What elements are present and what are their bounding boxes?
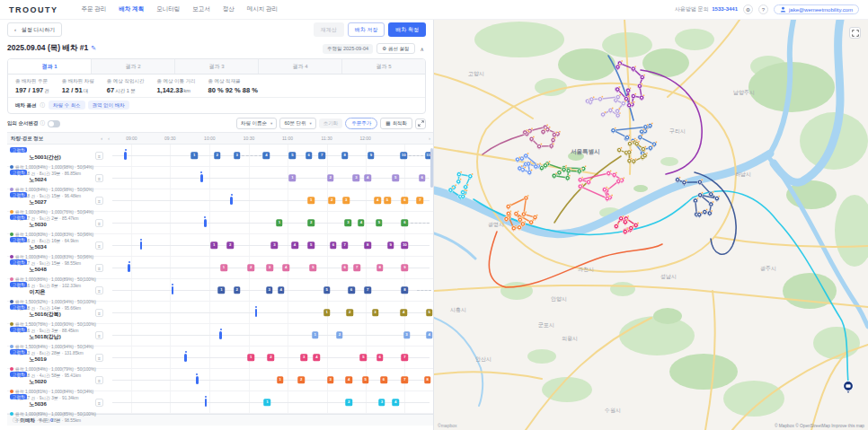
stop-block[interactable]: 7 bbox=[402, 354, 409, 361]
row-detail-button[interactable]: ≡ bbox=[95, 399, 103, 407]
row-detail-button[interactable]: ≡ bbox=[95, 219, 103, 227]
stop-block[interactable]: 2 bbox=[227, 241, 235, 249]
stop-block[interactable]: 3 bbox=[342, 197, 350, 204]
timeline-prev-icon[interactable]: ‹ bbox=[108, 136, 110, 141]
stop-block[interactable]: 9 bbox=[387, 241, 394, 249]
stop-block[interactable]: 2 bbox=[234, 286, 241, 294]
stop-block[interactable]: 5 bbox=[362, 376, 369, 383]
stop-block[interactable]: 6 bbox=[402, 197, 409, 204]
stop-block[interactable]: 2 bbox=[268, 354, 275, 361]
reset-button[interactable]: 초기화 bbox=[319, 118, 343, 128]
row-detail-button[interactable]: ≡ bbox=[95, 286, 103, 294]
stop-block[interactable]: 3 bbox=[327, 376, 334, 383]
tab-result-4[interactable]: 결과 4 bbox=[259, 59, 342, 74]
stop-block[interactable]: 7 bbox=[341, 241, 349, 249]
row-detail-button[interactable]: ≡ bbox=[95, 309, 103, 317]
stop-block[interactable]: 2 bbox=[298, 376, 306, 383]
vehicle-row-2[interactable]: 고정차노5027용적 1,000(84%) · 1,000(76%) · 50(… bbox=[7, 189, 433, 212]
stop-block[interactable]: 5 bbox=[392, 174, 399, 181]
stop-block[interactable]: 2 bbox=[345, 399, 352, 406]
stop-block[interactable]: 10 bbox=[402, 241, 409, 249]
stop-block[interactable]: 7 bbox=[402, 376, 409, 383]
stop-block[interactable]: 4 bbox=[278, 286, 285, 294]
stop-block[interactable]: 2 bbox=[328, 197, 335, 204]
stop-block[interactable]: 8 bbox=[424, 376, 431, 383]
support-phone[interactable]: 1533-3441 bbox=[712, 6, 738, 12]
row-detail-button[interactable]: ≡ bbox=[95, 331, 103, 339]
stop-block[interactable]: 7 bbox=[353, 264, 360, 271]
vehicle-row-6[interactable]: 고정차이지은용적 1,500(92%) · 1,000(94%) · 50(10… bbox=[7, 279, 433, 302]
stop-block[interactable]: 5 bbox=[376, 219, 383, 226]
vehicle-row-10[interactable]: 고정차노5020용적 1,000(81%) · 1,000(84%) · 50(… bbox=[7, 369, 433, 391]
tab-result-2[interactable]: 결과 2 bbox=[92, 59, 175, 74]
stop-block[interactable]: 2 bbox=[327, 174, 334, 181]
stop-block[interactable]: 4 bbox=[314, 354, 321, 361]
stop-block[interactable]: 4 bbox=[263, 152, 270, 159]
stop-block[interactable]: 8 bbox=[341, 152, 349, 159]
stop-block[interactable]: 7 bbox=[417, 197, 424, 204]
stop-block[interactable]: 6 bbox=[306, 152, 313, 159]
stop-block[interactable]: 5 bbox=[323, 286, 331, 294]
stop-block[interactable]: 6 bbox=[376, 354, 384, 361]
row-detail-button[interactable]: ≡ bbox=[95, 174, 103, 182]
vehicle-row-9[interactable]: 고정차노5019용적 1,000(84%) · 1,000(79%) · 50(… bbox=[7, 347, 433, 369]
stop-block[interactable]: 1 bbox=[191, 152, 199, 159]
stop-block[interactable]: 2 bbox=[214, 152, 221, 159]
nav-item-5[interactable]: 메시지 관리 bbox=[247, 5, 278, 13]
stop-block[interactable]: 1 bbox=[307, 197, 314, 204]
stop-block[interactable]: 6 bbox=[402, 219, 409, 226]
time-unit-select[interactable]: 60분 단위▾ bbox=[279, 118, 315, 129]
optimize-button[interactable]: ▦최적화 bbox=[380, 118, 412, 129]
stop-block[interactable]: 1 bbox=[289, 174, 297, 181]
stop-block[interactable]: 3 bbox=[234, 152, 241, 159]
stop-block[interactable]: 3 bbox=[353, 174, 360, 181]
nav-item-4[interactable]: 정산 bbox=[223, 5, 235, 13]
stop-block[interactable]: 1 bbox=[220, 264, 227, 271]
stop-block[interactable]: 10 bbox=[400, 152, 407, 159]
add-order-button[interactable]: 주문추가 bbox=[345, 118, 377, 129]
row-detail-button[interactable]: ≡ bbox=[95, 264, 103, 272]
vehicle-row-5[interactable]: 고정차노5048용적 1,000(86%) · 1,000(89%) · 50(… bbox=[7, 257, 433, 279]
stop-block[interactable]: 1 bbox=[277, 376, 284, 383]
recalculate-button[interactable]: 재계산 bbox=[314, 22, 344, 37]
stop-block[interactable]: 5 bbox=[384, 197, 391, 204]
help-icon[interactable]: ? bbox=[758, 4, 768, 14]
stop-block[interactable]: 9 bbox=[368, 152, 375, 159]
stop-block[interactable]: 4 bbox=[291, 241, 298, 249]
save-dispatch-button[interactable]: 배차 저장 bbox=[348, 22, 385, 37]
settings-icon[interactable]: ⚙ bbox=[743, 4, 753, 14]
stop-block[interactable]: 3 bbox=[403, 331, 411, 338]
stop-block[interactable]: 1 bbox=[323, 309, 331, 316]
stop-block[interactable]: 6 bbox=[330, 241, 337, 249]
stop-block[interactable]: 3 bbox=[266, 264, 273, 271]
stop-block[interactable]: 6 bbox=[348, 286, 355, 294]
nav-item-3[interactable]: 보고서 bbox=[192, 5, 210, 13]
stop-block[interactable]: 1 bbox=[248, 354, 255, 361]
stop-block[interactable]: 1 bbox=[210, 241, 217, 249]
account-email[interactable]: jake@wemeetmobility.com bbox=[774, 4, 859, 14]
stop-block[interactable]: 7 bbox=[364, 286, 371, 294]
nav-item-0[interactable]: 주문 관리 bbox=[82, 5, 107, 13]
collapse-chevron-icon[interactable]: ∧ bbox=[419, 46, 426, 52]
stop-block[interactable]: 5 bbox=[426, 309, 433, 316]
vehicle-row-4[interactable]: 고정차노5034용적 1,000(84%) · 1,000(83%) · 50(… bbox=[7, 234, 433, 257]
stop-block[interactable]: 2 bbox=[307, 219, 314, 226]
timeline-next-icon[interactable]: › bbox=[429, 136, 430, 141]
row-detail-button[interactable]: ≡ bbox=[95, 354, 103, 362]
row-detail-button[interactable]: ≡ bbox=[95, 376, 103, 384]
manual-order-toggle[interactable] bbox=[48, 120, 60, 127]
collapse-panel-icon[interactable]: ‹ bbox=[101, 136, 102, 141]
vehicle-row-3[interactable]: 고정차노5030용적 1,000(80%) · 1,000(83%) · 50(… bbox=[7, 212, 433, 234]
stop-block[interactable]: 4 bbox=[374, 197, 381, 204]
stop-block[interactable]: 7 bbox=[318, 152, 325, 159]
stop-block[interactable]: 2 bbox=[346, 309, 353, 316]
expand-button[interactable] bbox=[415, 118, 426, 129]
stop-block[interactable]: 2 bbox=[336, 331, 343, 338]
stop-block[interactable]: 9 bbox=[402, 264, 409, 271]
stop-block[interactable]: 5 bbox=[310, 264, 317, 271]
stop-block[interactable]: 3 bbox=[266, 286, 273, 294]
stop-block[interactable]: 4 bbox=[392, 399, 399, 406]
vehicle-row-8[interactable]: 고정차노5018(강남)용적 1,500(84%) · 1,000(94%) ·… bbox=[7, 324, 433, 347]
stop-block[interactable]: 5 bbox=[360, 354, 368, 361]
stop-block[interactable]: 6 bbox=[341, 264, 349, 271]
